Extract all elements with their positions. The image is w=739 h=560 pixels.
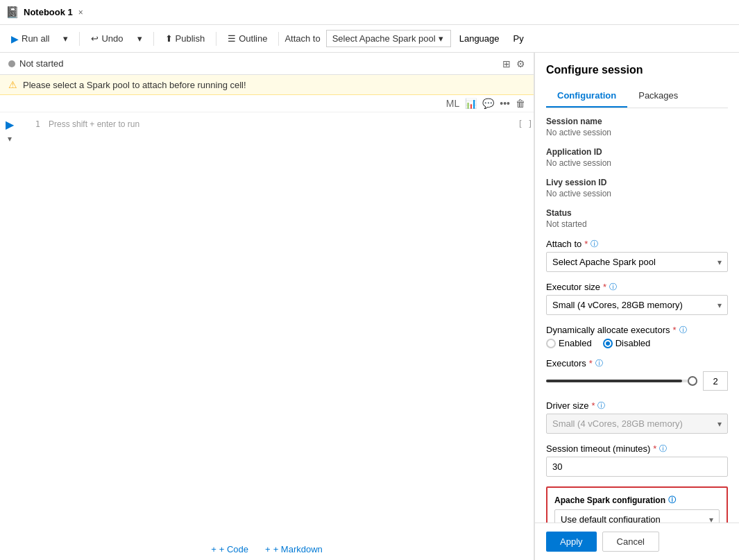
add-markdown-button[interactable]: + + Markdown bbox=[265, 544, 323, 554]
dynamic-alloc-group: Dynamically allocate executors * ⓘ Enabl… bbox=[546, 325, 728, 348]
add-code-label: + Code bbox=[219, 544, 248, 554]
main-area: Not started ⊞ ⚙ ⚠ Please select a Spark … bbox=[0, 53, 739, 560]
radio-enabled-circle bbox=[546, 339, 556, 348]
warning-bar: ⚠ Please select a Spark pool to attach b… bbox=[0, 75, 534, 95]
cell-area: ▶ ▾ 1 Press shift + enter to run [ ] bbox=[0, 112, 534, 538]
driver-size-arrow: ▾ bbox=[717, 419, 722, 429]
publish-label: Publish bbox=[176, 33, 205, 44]
py-label: Py bbox=[513, 33, 524, 44]
warning-text: Please select a Spark pool to attach bef… bbox=[23, 80, 246, 90]
undo-label: Undo bbox=[101, 33, 123, 44]
driver-size-dropdown[interactable]: Small (4 vCores, 28GB memory) ▾ bbox=[546, 414, 728, 434]
add-cell-bar: + + Code + + Markdown bbox=[0, 538, 534, 560]
spark-pool-selector[interactable]: Select Apache Spark pool ▾ bbox=[326, 30, 451, 47]
close-tab-button[interactable]: × bbox=[78, 8, 83, 17]
session-info-button[interactable]: ⊞ bbox=[502, 58, 511, 69]
executor-size-required: * bbox=[603, 282, 606, 292]
undo-dropdown-button[interactable]: ▾ bbox=[132, 31, 148, 46]
executor-size-arrow: ▾ bbox=[717, 300, 722, 310]
app-id-group: Application ID No active session bbox=[546, 147, 728, 168]
config-header: Configure session Configuration Packages bbox=[535, 53, 739, 108]
apply-button[interactable]: Apply bbox=[546, 532, 597, 552]
spark-config-dropdown[interactable]: Use default configuration ▾ bbox=[554, 509, 720, 523]
config-body: Session name No active session Applicati… bbox=[535, 108, 739, 523]
run-dropdown-button[interactable]: ▾ bbox=[58, 31, 74, 46]
add-code-button[interactable]: + + Code bbox=[211, 544, 248, 554]
cell-editor[interactable]: 1 Press shift + enter to run [ ] bbox=[19, 118, 534, 533]
undo-button[interactable]: ↩ Undo bbox=[85, 31, 128, 46]
spark-config-arrow: ▾ bbox=[709, 515, 713, 523]
attach-to-dropdown[interactable]: Select Apache Spark pool ▾ bbox=[546, 252, 728, 272]
language-label: Language bbox=[459, 33, 500, 44]
attach-to-label-text: Attach to bbox=[546, 239, 581, 249]
publish-button[interactable]: ⬆ Publish bbox=[160, 31, 211, 46]
livy-id-value: No active session bbox=[546, 189, 728, 198]
outline-button[interactable]: ☰ Outline bbox=[222, 31, 273, 46]
tab-configuration[interactable]: Configuration bbox=[546, 85, 627, 108]
status-bar: Not started ⊞ ⚙ bbox=[0, 53, 534, 75]
chevron-down-icon-3: ▾ bbox=[439, 33, 443, 44]
divider-3 bbox=[216, 32, 216, 46]
driver-size-label-text: Driver size bbox=[546, 400, 588, 411]
attach-to-info-icon[interactable]: ⓘ bbox=[591, 239, 598, 249]
attach-to-value: Select Apache Spark pool bbox=[552, 257, 656, 267]
spark-config-label-text: Apache Spark configuration bbox=[554, 495, 665, 505]
session-status-group: Status Not started bbox=[546, 208, 728, 229]
executors-required: * bbox=[589, 358, 593, 368]
run-all-button[interactable]: ▶ Run all bbox=[6, 31, 55, 47]
session-status-value: Not started bbox=[546, 219, 728, 229]
chart-button[interactable]: 📊 bbox=[465, 98, 477, 109]
executor-size-info-icon[interactable]: ⓘ bbox=[609, 282, 617, 292]
status-dot bbox=[8, 60, 15, 67]
executors-slider-track[interactable] bbox=[546, 380, 697, 382]
language-button[interactable]: Language bbox=[454, 31, 505, 46]
spark-config-box: Apache Spark configuration ⓘ Use default… bbox=[546, 486, 728, 523]
dynamic-alloc-info-icon[interactable]: ⓘ bbox=[679, 325, 687, 335]
cell-bracket: [ ] bbox=[517, 118, 534, 533]
session-timeout-input[interactable] bbox=[546, 457, 728, 477]
session-timeout-required: * bbox=[653, 443, 656, 454]
tab-packages[interactable]: Packages bbox=[627, 85, 689, 108]
add-markdown-label: + Markdown bbox=[273, 544, 323, 554]
py-button[interactable]: Py bbox=[508, 31, 529, 46]
executor-size-label-text: Executor size bbox=[546, 282, 600, 292]
executors-info-icon[interactable]: ⓘ bbox=[595, 358, 603, 368]
session-timeout-info-icon[interactable]: ⓘ bbox=[659, 443, 667, 454]
cancel-button[interactable]: Cancel bbox=[602, 532, 659, 552]
attach-to-label: Attach to bbox=[284, 33, 320, 44]
run-cell-button[interactable]: ▶ bbox=[6, 118, 14, 131]
notebook-editor: Not started ⊞ ⚙ ⚠ Please select a Spark … bbox=[0, 53, 534, 560]
ml-button[interactable]: ML bbox=[446, 98, 459, 109]
radio-enabled[interactable]: Enabled bbox=[546, 338, 592, 348]
undo-icon: ↩ bbox=[91, 33, 99, 44]
executors-value: 2 bbox=[703, 371, 728, 391]
spark-config-info-icon[interactable]: ⓘ bbox=[668, 495, 676, 505]
dynamic-alloc-radio-group: Enabled Disabled bbox=[546, 338, 728, 348]
collapse-cell-button[interactable]: ▾ bbox=[8, 134, 12, 144]
dynamic-alloc-field-label: Dynamically allocate executors * ⓘ bbox=[546, 325, 728, 335]
outline-label: Outline bbox=[239, 33, 267, 44]
driver-size-required: * bbox=[591, 400, 595, 411]
driver-size-group: Driver size * ⓘ Small (4 vCores, 28GB me… bbox=[546, 400, 728, 434]
livy-id-label: Livy session ID bbox=[546, 178, 728, 187]
comment-button[interactable]: 💬 bbox=[482, 98, 494, 109]
line-number: 1 bbox=[19, 118, 40, 533]
plus-icon-markdown: + bbox=[265, 544, 271, 554]
dynamic-alloc-required: * bbox=[672, 325, 676, 335]
publish-icon: ⬆ bbox=[165, 33, 173, 44]
cell-toolbar: ML 📊 💬 ••• 🗑 bbox=[0, 95, 534, 112]
settings-button[interactable]: ⚙ bbox=[516, 58, 525, 69]
chevron-down-icon: ▾ bbox=[63, 33, 68, 44]
executors-slider-thumb[interactable] bbox=[688, 376, 697, 386]
driver-size-info-icon[interactable]: ⓘ bbox=[597, 400, 605, 411]
title-bar: 📓 Notebook 1 × bbox=[0, 0, 739, 25]
more-options-button[interactable]: ••• bbox=[500, 98, 510, 109]
cell-input[interactable]: Press shift + enter to run bbox=[40, 118, 517, 533]
divider-1 bbox=[79, 32, 80, 46]
session-timeout-group: Session timeout (minutes) * ⓘ bbox=[546, 443, 728, 477]
radio-disabled-label: Disabled bbox=[615, 338, 651, 348]
radio-disabled[interactable]: Disabled bbox=[603, 338, 651, 348]
executor-size-dropdown[interactable]: Small (4 vCores, 28GB memory) ▾ bbox=[546, 295, 728, 315]
delete-cell-button[interactable]: 🗑 bbox=[516, 98, 525, 109]
session-status-label: Status bbox=[546, 208, 728, 218]
